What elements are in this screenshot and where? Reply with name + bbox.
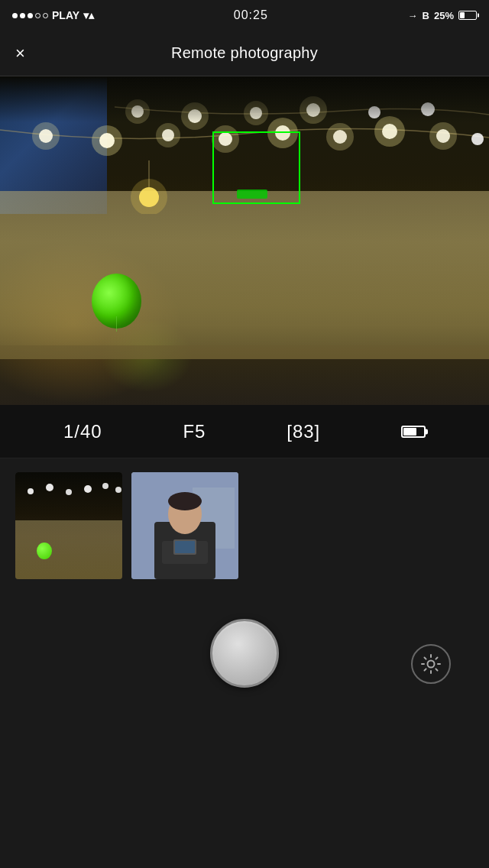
wifi-icon: ▾▴ (83, 9, 94, 21)
status-left: PLAY ▾▴ (12, 9, 94, 21)
wall-stripe (0, 345, 489, 359)
bluetooth-icon: B (423, 10, 429, 21)
aperture-value: F5 (183, 421, 206, 442)
svg-point-31 (46, 484, 53, 491)
battery-fill (460, 12, 465, 18)
camera-battery-indicator (401, 426, 426, 438)
thumb1-lights (15, 472, 122, 518)
svg-point-44 (428, 661, 435, 668)
signal-dot-1 (12, 13, 18, 18)
camera-battery-body (401, 426, 426, 438)
wall-element (0, 191, 489, 359)
battery-percent: 25% (434, 10, 454, 21)
shutter-button[interactable] (210, 619, 279, 688)
thumbnails-area (0, 458, 489, 592)
svg-point-40 (168, 492, 202, 510)
svg-point-32 (66, 489, 72, 495)
nav-header: × Remote photography (0, 31, 489, 76)
balloon-string (116, 316, 117, 332)
dark-top-overlay (0, 76, 489, 122)
svg-point-10 (92, 125, 122, 156)
camera-settings-bar: 1/40 F5 [83] (0, 405, 489, 458)
close-button[interactable]: × (15, 44, 25, 63)
svg-point-35 (115, 487, 121, 493)
gear-icon (420, 653, 442, 675)
signal-dots (12, 13, 48, 18)
svg-point-8 (471, 133, 484, 145)
shutter-speed: 1/40 (63, 421, 102, 442)
signal-dot-2 (20, 13, 25, 18)
svg-point-11 (156, 123, 180, 147)
focus-indicator (237, 189, 267, 199)
settings-button[interactable] (411, 644, 451, 684)
svg-point-16 (429, 122, 457, 150)
svg-point-33 (84, 485, 92, 493)
svg-point-9 (32, 122, 60, 150)
svg-point-34 (102, 483, 108, 489)
svg-rect-43 (175, 541, 195, 553)
location-icon: → (408, 10, 418, 21)
svg-point-29 (131, 179, 167, 214)
bottom-controls (0, 592, 489, 714)
carrier-label: PLAY (52, 9, 79, 21)
camera-battery-fill (403, 428, 416, 436)
iso-value: [83] (287, 421, 320, 442)
thumb1-wall (15, 520, 122, 579)
status-right: → B 25% (408, 10, 477, 21)
thumb2-person-svg (131, 472, 238, 579)
svg-point-14 (326, 123, 354, 151)
battery-indicator (458, 11, 477, 20)
status-time: 00:25 (234, 8, 268, 22)
thumbnail-1[interactable] (15, 472, 122, 579)
thumbnail-2[interactable] (131, 472, 238, 579)
signal-dot-3 (28, 13, 33, 18)
camera-viewfinder[interactable] (0, 76, 489, 405)
battery-body (458, 11, 477, 20)
svg-point-30 (28, 488, 34, 494)
status-bar: PLAY ▾▴ 00:25 → B 25% (0, 0, 489, 31)
signal-dot-4 (35, 13, 40, 18)
page-title: Remote photography (171, 44, 318, 62)
signal-dot-5 (43, 13, 48, 18)
